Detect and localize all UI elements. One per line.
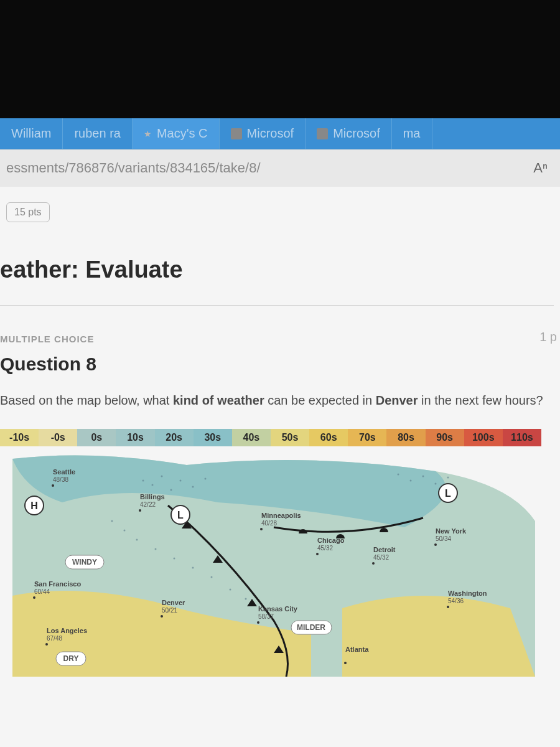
legend-cell: -0s	[39, 429, 77, 446]
legend-cell: 110s	[503, 429, 541, 446]
tab-microsoft-2[interactable]: Microsof	[306, 118, 392, 149]
svg-point-6	[192, 486, 194, 488]
tab-william[interactable]: William	[0, 118, 63, 149]
reader-mode-icon[interactable]: Aⁿ	[533, 160, 554, 176]
tab-microsoft-1[interactable]: Microsof	[220, 118, 306, 149]
region-milder: MILDER	[297, 623, 325, 632]
question-type: MULTIPLE CHOICE	[0, 334, 554, 344]
url-bar[interactable]: essments/786876/variants/834165/take/8/ …	[0, 149, 560, 187]
points-badge: 15 pts	[6, 202, 50, 222]
region-dry: DRY	[63, 654, 79, 663]
question-text: Based on the map below, what kind of wea…	[0, 390, 554, 410]
top-right-points: 1 p	[539, 330, 557, 344]
city-temp: 45/32	[317, 545, 333, 552]
legend-cell: 10s	[116, 429, 154, 446]
legend-cell: 20s	[155, 429, 194, 446]
city-temp: 50/34	[436, 535, 451, 542]
city-name: Atlanta	[345, 646, 369, 653]
svg-point-11	[155, 548, 157, 550]
legend-cell: 70s	[348, 429, 386, 446]
legend-cell: 0s	[77, 429, 116, 446]
window-dark-area	[0, 0, 560, 118]
divider	[0, 305, 554, 306]
legend-cell: 30s	[194, 429, 232, 446]
legend-cell: 100s	[464, 429, 503, 446]
tab-ma[interactable]: ma	[392, 118, 432, 149]
city-name: Chicago	[317, 537, 345, 544]
svg-point-30	[260, 528, 263, 530]
svg-point-9	[124, 530, 126, 532]
svg-point-4	[170, 489, 172, 491]
svg-point-17	[422, 476, 424, 477]
city-name: Washington	[448, 590, 487, 597]
svg-point-8	[111, 520, 113, 522]
svg-point-36	[257, 621, 259, 624]
favicon-icon	[231, 128, 242, 139]
temperature-legend: -10s-0s0s10s20s30s40s50s60s70s80s90s100s…	[0, 429, 541, 446]
svg-point-1	[142, 480, 144, 482]
city-temp: 54/36	[448, 598, 464, 604]
page-title: eather: Evaluate	[0, 256, 554, 283]
svg-point-38	[45, 643, 48, 646]
svg-point-19	[447, 477, 449, 479]
svg-point-13	[192, 567, 194, 569]
svg-point-16	[410, 480, 412, 482]
low-pressure-icon: L	[445, 488, 451, 499]
svg-point-35	[161, 615, 163, 618]
svg-point-32	[372, 562, 375, 565]
svg-point-2	[152, 484, 154, 486]
region-windy: WINDY	[72, 558, 97, 566]
city-name: Los Angeles	[47, 627, 87, 634]
weather-map: -10s-0s0s10s20s30s40s50s60s70s80s90s100s…	[0, 429, 541, 678]
svg-point-3	[161, 476, 163, 477]
svg-point-12	[174, 558, 175, 560]
city-temp: 58/37	[258, 613, 274, 620]
city-name: Detroit	[373, 546, 396, 553]
svg-point-14	[211, 576, 213, 578]
legend-cell: 90s	[426, 429, 464, 446]
legend-cell: 80s	[386, 429, 425, 446]
svg-point-28	[52, 484, 54, 487]
url-text: essments/786876/variants/834165/take/8/	[6, 160, 533, 176]
city-name: Denver	[162, 599, 185, 606]
svg-point-33	[434, 543, 437, 546]
city-temp: 42/22	[140, 501, 156, 508]
low-pressure-icon: L	[177, 510, 184, 520]
high-pressure-icon: H	[30, 500, 38, 511]
city-name: San Francisco	[34, 580, 81, 588]
svg-point-7	[205, 478, 207, 480]
svg-point-29	[139, 509, 141, 512]
svg-point-20	[230, 589, 231, 591]
tab-ruben[interactable]: ruben ra	[63, 118, 133, 149]
city-temp: 60/44	[34, 588, 50, 595]
city-name: Minneapolis	[261, 512, 301, 519]
city-temp: 50/21	[162, 607, 177, 614]
content-area: 15 pts eather: Evaluate 1 p MULTIPLE CHO…	[0, 187, 560, 747]
svg-point-15	[398, 474, 399, 476]
city-name: Billings	[140, 493, 165, 500]
question-number: Question 8	[0, 354, 554, 375]
svg-point-21	[245, 598, 247, 600]
svg-point-10	[136, 539, 138, 541]
city-temp: 48/38	[53, 476, 68, 483]
svg-point-18	[435, 483, 437, 485]
svg-point-5	[180, 480, 182, 482]
svg-point-37	[447, 606, 449, 608]
legend-cell: -10s	[0, 429, 39, 446]
city-temp: 45/32	[373, 554, 389, 561]
tab-macys[interactable]: ★ Macy's C	[133, 118, 220, 149]
star-icon: ★	[144, 129, 152, 139]
favicon-icon	[317, 128, 328, 139]
city-name: Kansas City	[258, 605, 298, 613]
city-temp: 40/28	[261, 520, 277, 527]
svg-point-39	[344, 662, 347, 664]
legend-cell: 40s	[232, 429, 271, 446]
browser-tab-bar: William ruben ra ★ Macy's C Microsof Mic…	[0, 118, 560, 149]
legend-cell: 60s	[309, 429, 348, 446]
legend-cell: 50s	[271, 429, 309, 446]
us-map-svg: H L L WINDY MILDER DRY Seattle48/38Billi…	[0, 446, 541, 677]
city-name: Seattle	[53, 468, 75, 476]
svg-point-31	[316, 553, 319, 555]
city-name: New York	[436, 527, 467, 535]
city-temp: 67/48	[47, 635, 62, 642]
